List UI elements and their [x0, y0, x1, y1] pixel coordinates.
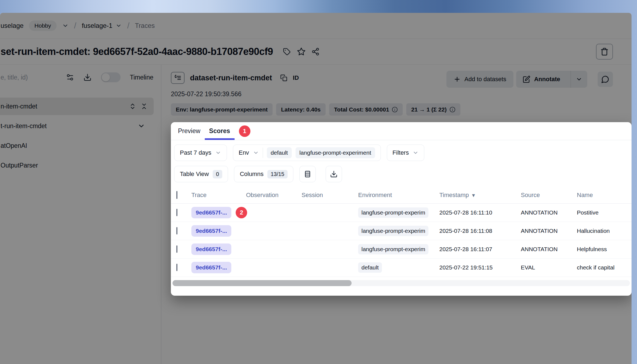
export-button[interactable] [326, 166, 342, 182]
table-view-label: Table View [180, 171, 209, 178]
cell-name: check if capital [577, 264, 632, 271]
cell-name: Helpfulness [577, 246, 632, 253]
divider [263, 148, 263, 158]
row-count-badge: 2 [236, 207, 247, 218]
panel-tabs: Preview Scores 1 [171, 122, 632, 140]
app-window: uselage Hobby / fuselage-1 / Traces set-… [0, 13, 632, 364]
cell-name: Hallucination [577, 228, 632, 234]
row-height-button[interactable] [299, 166, 316, 182]
chevron-down-icon [215, 150, 221, 156]
table-row: 9ed6657f-... default 2025-07-22 19:51:15… [171, 259, 632, 277]
cell-timestamp: 2025-07-28 16:11:07 [439, 246, 521, 253]
env-filter-button[interactable]: Env default langfuse-prompt-experiment [233, 145, 381, 161]
download-icon [330, 170, 338, 178]
rows-icon [304, 170, 311, 178]
header-environment[interactable]: Environment [358, 192, 439, 199]
cell-environment: default [358, 262, 382, 273]
cell-environment: langfuse-prompt-experim [358, 226, 428, 236]
desktop-wallpaper: uselage Hobby / fuselage-1 / Traces set-… [0, 0, 637, 364]
chevron-down-icon [253, 150, 259, 156]
table-header-row: Trace Observation Session Environment Ti… [171, 187, 632, 204]
scores-count-badge: 1 [239, 125, 250, 137]
cell-timestamp: 2025-07-28 16:11:10 [439, 209, 521, 216]
header-source[interactable]: Source [521, 192, 577, 199]
row-checkbox[interactable] [176, 209, 177, 216]
cell-timestamp: 2025-07-22 19:51:15 [439, 264, 521, 271]
scores-panel: Preview Scores 1 Past 7 days Env [171, 122, 632, 296]
date-range-label: Past 7 days [180, 149, 211, 156]
cell-source: ANNOTATION [521, 246, 577, 253]
row-checkbox[interactable] [176, 264, 177, 271]
header-trace[interactable]: Trace [191, 192, 246, 199]
tab-preview[interactable]: Preview [174, 122, 205, 140]
chevron-down-icon [413, 150, 419, 156]
row-checkbox[interactable] [176, 227, 177, 234]
sort-desc-icon: ▼ [471, 193, 476, 198]
env-filter-label: Env [239, 149, 249, 156]
table-view-button[interactable]: Table View 0 [174, 166, 228, 182]
trace-id-link[interactable]: 9ed6657f-... [191, 225, 231, 237]
env-chip-default[interactable]: default [267, 147, 292, 158]
trace-id-link[interactable]: 9ed6657f-... [191, 207, 231, 218]
cell-timestamp: 2025-07-28 16:11:08 [439, 228, 521, 234]
columns-count-badge: 13/15 [267, 170, 288, 178]
trace-id-link[interactable]: 9ed6657f-... [191, 262, 231, 273]
scrollbar-thumb[interactable] [173, 280, 352, 286]
cell-source: ANNOTATION [521, 209, 577, 216]
horizontal-scrollbar [173, 280, 630, 286]
env-chip-experiment[interactable]: langfuse-prompt-experiment [296, 147, 375, 158]
table-view-count-badge: 0 [213, 170, 222, 178]
header-timestamp-label: Timestamp [439, 192, 469, 198]
columns-button[interactable]: Columns 13/15 [234, 166, 293, 182]
cell-name: Postitive [577, 209, 632, 216]
filters-label: Filters [393, 149, 409, 156]
table-row: 9ed6657f-... langfuse-prompt-experim 202… [171, 240, 632, 259]
cell-source: EVAL [521, 264, 577, 271]
header-observation[interactable]: Observation [246, 192, 302, 199]
row-checkbox[interactable] [176, 245, 177, 253]
date-range-button[interactable]: Past 7 days [174, 145, 227, 161]
header-timestamp[interactable]: Timestamp▼ [439, 192, 521, 199]
cell-environment: langfuse-prompt-experim [358, 207, 428, 218]
cell-environment: langfuse-prompt-experim [358, 244, 428, 254]
table-row: 9ed6657f-... langfuse-prompt-experim 202… [171, 222, 632, 240]
header-name[interactable]: Name [577, 192, 632, 199]
cell-source: ANNOTATION [521, 228, 577, 234]
table-row: 9ed6657f-... 2 langfuse-prompt-experim 2… [171, 204, 632, 222]
select-all-checkbox[interactable] [176, 191, 177, 199]
trace-id-link[interactable]: 9ed6657f-... [191, 243, 231, 255]
header-session[interactable]: Session [302, 192, 358, 199]
filters-button[interactable]: Filters [387, 145, 425, 161]
scores-table: Trace Observation Session Environment Ti… [171, 187, 632, 277]
tab-scores[interactable]: Scores [205, 122, 235, 140]
columns-label: Columns [240, 171, 264, 178]
